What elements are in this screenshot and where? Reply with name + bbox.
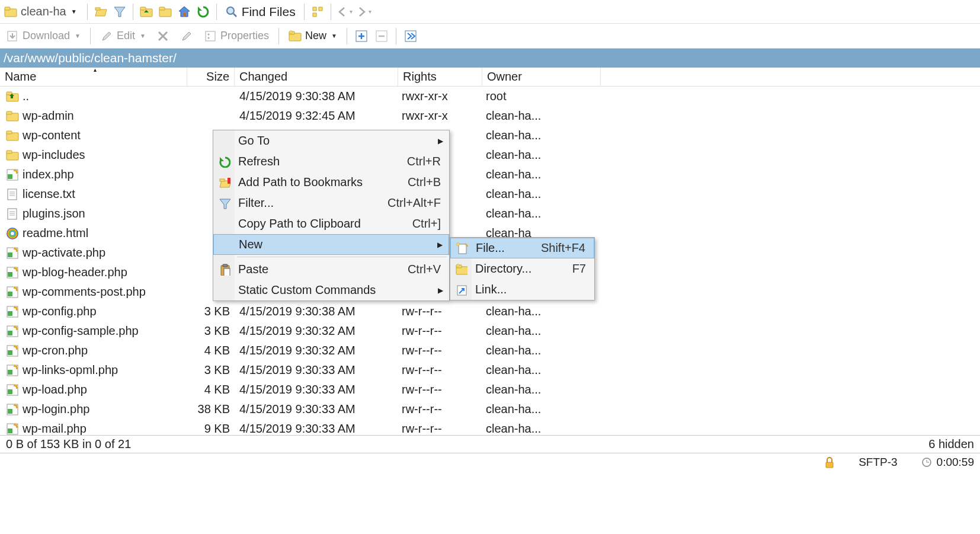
file-changed: 4/15/2019 9:30:38 AM [235, 89, 398, 103]
menu-shortcut: Ctrl+R [407, 155, 441, 168]
download-button[interactable]: Download ▼ [2, 28, 84, 44]
file-icon [6, 90, 19, 103]
delete-icon [156, 30, 169, 43]
collapse-button[interactable] [373, 28, 390, 44]
menu-item-copy-path-to-clipboard[interactable]: Copy Path to ClipboardCtrl+] [213, 213, 449, 234]
sync-browse-button[interactable] [309, 4, 326, 20]
submenu-item-file[interactable]: File...Shift+F4 [450, 238, 594, 258]
separator [304, 4, 305, 20]
file-name: wp-comments-post.php [23, 285, 146, 299]
status-bar-selection: 0 B of 153 KB in 0 of 21 6 hidden [0, 435, 980, 453]
file-row[interactable]: license.txt20clean-ha... [0, 184, 980, 204]
file-name: index.php [23, 168, 74, 181]
menu-label: Filter... [238, 196, 274, 210]
file-row[interactable]: ..4/15/2019 9:30:38 AMrwxr-xr-xroot [0, 87, 980, 106]
encryption-status[interactable] [823, 456, 835, 468]
parent-dir-button[interactable] [138, 4, 155, 20]
file-row[interactable]: wp-config-sample.php3 KB4/15/2019 9:30:3… [0, 321, 980, 341]
separator [347, 28, 347, 44]
filter-button[interactable] [111, 4, 128, 20]
edit-icon [100, 30, 113, 43]
root-dir-button[interactable] [157, 4, 174, 20]
submenu-arrow-icon: ▶ [438, 286, 443, 295]
file-changed: 4/15/2019 9:30:33 AM [235, 402, 398, 416]
file-owner: clean-ha... [482, 168, 601, 181]
file-name: wp-blog-header.php [23, 266, 127, 279]
newfile-icon [456, 242, 469, 255]
submenu-item-link[interactable]: Link... [450, 279, 594, 300]
menu-item-add-path-to-bookmarks[interactable]: Add Path to BookmarksCtrl+B [213, 172, 449, 193]
file-icon [6, 247, 19, 260]
selection-summary: 0 B of 153 KB in 0 of 21 [6, 437, 131, 451]
context-submenu-new: File...Shift+F4Directory...F7Link... [450, 237, 595, 300]
file-row[interactable]: wp-config.php3 KB4/15/2019 9:30:38 AMrw-… [0, 302, 980, 321]
open-dir-button[interactable] [92, 4, 109, 20]
file-row[interactable]: index.phpclean-ha... [0, 165, 980, 184]
expand-button[interactable] [353, 28, 370, 44]
rename-icon [180, 30, 193, 43]
header-owner[interactable]: Owner [482, 68, 601, 86]
file-row[interactable]: plugins.jsonclean-ha... [0, 204, 980, 223]
delete-button[interactable] [153, 28, 173, 44]
file-owner: clean-ha... [482, 109, 601, 123]
file-size: 3 KB [187, 305, 235, 318]
properties-button[interactable]: Properties [200, 28, 273, 44]
file-icon [6, 149, 19, 162]
find-files-button[interactable]: Find Files [222, 4, 299, 20]
menu-shortcut: Ctrl+V [408, 263, 441, 276]
file-icon [6, 364, 19, 377]
header-size[interactable]: Size [187, 68, 235, 86]
header-name[interactable]: Name▴ [0, 68, 187, 86]
filter-icon [218, 197, 231, 210]
file-row[interactable]: wp-includesclean-ha... [0, 145, 980, 165]
file-owner: root [482, 89, 601, 103]
file-owner: clean-ha... [482, 129, 601, 142]
file-row[interactable]: wp-contentclean-ha... [0, 126, 980, 145]
rename-button[interactable] [177, 28, 197, 44]
submenu-item-directory[interactable]: Directory...F7 [450, 258, 594, 279]
menu-item-new[interactable]: New▶ [213, 234, 449, 255]
menu-item-paste[interactable]: PasteCtrl+V [213, 259, 449, 280]
transfer-settings-button[interactable] [402, 28, 419, 44]
refresh-button[interactable] [195, 4, 212, 20]
home-button[interactable] [176, 4, 193, 20]
file-name: wp-mail.php [23, 422, 87, 435]
menu-item-refresh[interactable]: RefreshCtrl+R [213, 151, 449, 172]
file-size: 4 KB [187, 344, 235, 357]
file-size: 3 KB [187, 363, 235, 377]
file-icon [6, 188, 19, 201]
header-changed[interactable]: Changed [235, 68, 398, 86]
file-row[interactable]: wp-cron.php4 KB4/15/2019 9:30:32 AMrw-r-… [0, 341, 980, 360]
menu-separator [237, 257, 447, 257]
path-text: /var/www/public/clean-hamster/ [4, 51, 177, 65]
bookmark-dropdown[interactable]: clean-ha ▼ [2, 3, 82, 20]
file-row[interactable]: wp-admin4/15/2019 9:32:45 AMrwxr-xr-xcle… [0, 106, 980, 126]
lock-icon [823, 456, 835, 468]
file-icon [6, 168, 19, 181]
nav-back-button[interactable]: ▾ [336, 4, 353, 20]
file-row[interactable]: wp-login.php38 KB4/15/2019 9:30:33 AMrw-… [0, 399, 980, 419]
new-label: New [305, 30, 326, 42]
path-bar[interactable]: /var/www/public/clean-hamster/ [0, 49, 980, 68]
menu-label: Refresh [238, 155, 280, 168]
status-bar-connection: SFTP-3 0:00:59 [0, 453, 980, 471]
column-headers: Name▴ Size Changed Rights Owner [0, 68, 980, 87]
menu-item-static-custom-commands[interactable]: Static Custom Commands▶ [213, 280, 449, 300]
file-icon [6, 403, 19, 416]
file-row[interactable]: wp-mail.php9 KB4/15/2019 9:30:33 AMrw-r-… [0, 419, 980, 435]
menu-item-go-to[interactable]: Go To▶ [213, 130, 449, 151]
file-owner: clean-ha... [482, 207, 601, 220]
file-row[interactable]: wp-links-opml.php3 KB4/15/2019 9:30:33 A… [0, 360, 980, 380]
nav-forward-button[interactable]: ▾ [355, 4, 371, 20]
file-owner: clean-ha... [482, 305, 601, 318]
edit-button[interactable]: Edit ▼ [97, 28, 149, 44]
file-rights: rw-r--r-- [398, 402, 482, 416]
menu-item-filter[interactable]: Filter...Ctrl+Alt+F [213, 193, 449, 213]
file-rights: rw-r--r-- [398, 422, 482, 435]
properties-label: Properties [220, 30, 269, 42]
file-row[interactable]: wp-load.php4 KB4/15/2019 9:30:33 AMrw-r-… [0, 380, 980, 399]
link-icon [455, 283, 468, 296]
file-icon [6, 266, 19, 279]
header-rights[interactable]: Rights [398, 68, 482, 86]
new-button[interactable]: New ▼ [285, 28, 341, 44]
